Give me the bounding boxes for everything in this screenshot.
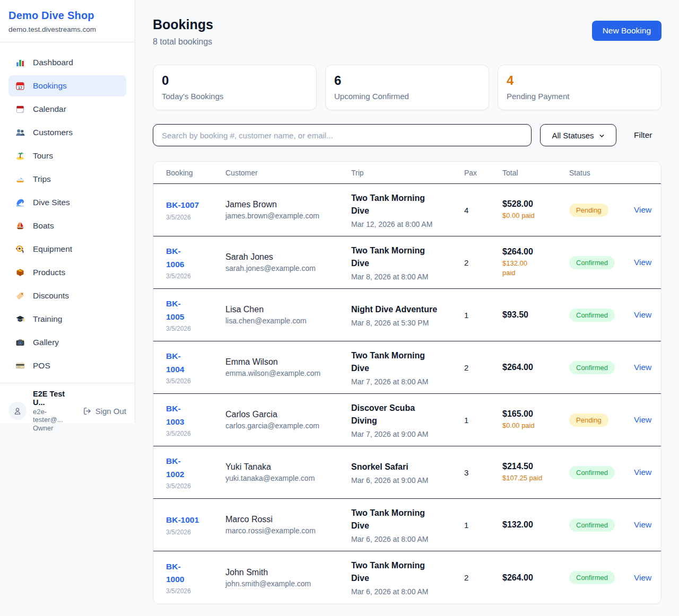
sidebar-item-label: Tours [33, 151, 53, 161]
status-cell: Pending [569, 204, 634, 217]
pax-value: 2 [464, 258, 502, 267]
booking-id-link[interactable]: BK- 1006 [166, 245, 225, 270]
sidebar-item-trips[interactable]: Trips [8, 169, 126, 190]
column-header-booking: Booking [166, 169, 225, 177]
booking-date: 3/5/2026 [166, 377, 225, 385]
status-badge: Confirmed [569, 309, 615, 322]
status-badge: Confirmed [569, 361, 615, 374]
total-cell: $264.00 [502, 363, 569, 372]
customer-email: lisa.chen@example.com [225, 316, 351, 325]
customer-email: marco.rossi@example.com [225, 526, 351, 535]
status-cell: Confirmed [569, 571, 634, 584]
sidebar-item-gallery[interactable]: Gallery [8, 332, 126, 353]
total-cell: $528.00 $0.00 paid [502, 199, 569, 221]
total-amount: $264.00 [502, 363, 569, 372]
stat-value: 4 [507, 73, 652, 88]
status-select-value: All Statuses [552, 131, 594, 140]
stat-label: Upcoming Confirmed [334, 92, 480, 101]
view-link[interactable]: View [634, 363, 651, 372]
sidebar-item-training[interactable]: Training [8, 309, 126, 330]
customer-name: James Brown [225, 200, 351, 209]
trips-icon [15, 174, 25, 184]
status-cell: Confirmed [569, 466, 634, 479]
stat-cards: 0 Today's Bookings 6 Upcoming Confirmed … [153, 65, 661, 110]
trip-name: Two Tank Morning Dive [351, 244, 464, 270]
trip-name: Snorkel Safari [351, 461, 464, 473]
customer-email: emma.wilson@example.com [225, 369, 351, 377]
filter-bar: All Statuses Filter [153, 124, 661, 146]
sidebar-item-products[interactable]: Products [8, 262, 126, 283]
total-amount: $214.50 [502, 462, 569, 471]
dive-sites-icon [15, 198, 25, 207]
sidebar: Demo Dive Shop demo.test.divestreams.com… [0, 0, 135, 423]
booking-id-link[interactable]: BK-1007 [166, 199, 225, 212]
sign-out-icon [83, 407, 92, 416]
actions-cell: View [634, 310, 651, 320]
booking-id-link[interactable]: BK-1001 [166, 514, 225, 526]
booking-id-link[interactable]: BK- 1000 [166, 560, 225, 586]
sidebar-item-label: Customers [33, 128, 73, 137]
paid-amount: $107.25 paid [502, 473, 551, 483]
booking-date: 3/5/2026 [166, 482, 225, 490]
shop-domain: demo.test.divestreams.com [8, 25, 126, 33]
page-header-text: Bookings 8 total bookings [153, 17, 213, 47]
customer-cell: Sarah Jones sarah.jones@example.com [225, 252, 351, 272]
sidebar-item-pos[interactable]: POS [8, 355, 126, 376]
actions-cell: View [634, 363, 651, 372]
booking-cell: BK- 1004 3/5/2026 [166, 350, 225, 384]
user-name: E2E Test U... [33, 390, 76, 407]
sidebar-item-equipment[interactable]: Equipment [8, 239, 126, 260]
sidebar-item-customers[interactable]: Customers [8, 122, 126, 143]
booking-cell: BK- 1002 3/5/2026 [166, 455, 225, 489]
booking-id-link[interactable]: BK- 1002 [166, 455, 225, 480]
total-amount: $132.00 [502, 520, 569, 530]
page-title: Bookings [153, 17, 213, 32]
status-cell: Confirmed [569, 256, 634, 269]
actions-cell: View [634, 520, 651, 530]
view-link[interactable]: View [634, 310, 651, 319]
customer-name: Emma Wilson [225, 357, 351, 367]
booking-date: 3/5/2026 [166, 325, 225, 332]
booking-id-link[interactable]: BK- 1005 [166, 297, 225, 323]
view-link[interactable]: View [634, 415, 651, 424]
sidebar-item-label: Products [33, 268, 65, 277]
trip-cell: Two Tank Morning Dive Mar 7, 2026 at 8:0… [351, 349, 464, 386]
sign-out-button[interactable]: Sign Out [83, 407, 126, 416]
status-cell: Confirmed [569, 361, 634, 374]
sidebar-item-bookings[interactable]: 17 Bookings [8, 75, 126, 96]
pax-value: 3 [464, 468, 502, 477]
total-cell: $93.50 [502, 310, 569, 320]
pos-icon [15, 361, 25, 371]
view-link[interactable]: View [634, 258, 651, 267]
sidebar-item-tours[interactable]: Tours [8, 145, 126, 166]
customer-cell: Marco Rossi marco.rossi@example.com [225, 515, 351, 535]
table-row: BK- 1003 3/5/2026 Carlos Garcia carlos.g… [153, 394, 661, 446]
sidebar-item-discounts[interactable]: Discounts [8, 285, 126, 306]
booking-id-link[interactable]: BK- 1003 [166, 402, 225, 428]
customer-email: james.brown@example.com [225, 212, 351, 220]
sidebar-item-label: Dive Sites [33, 198, 70, 207]
booking-id-link[interactable]: BK- 1004 [166, 350, 225, 375]
sidebar-item-calendar[interactable]: Calendar [8, 99, 126, 120]
page-header: Bookings 8 total bookings New Booking [153, 17, 661, 47]
filter-button[interactable]: Filter [634, 130, 652, 140]
total-cell: $264.00 $132.00 paid [502, 247, 569, 278]
user-avatar-icon [13, 406, 22, 416]
sidebar-item-dashboard[interactable]: Dashboard [8, 52, 126, 73]
sidebar-item-label: Calendar [33, 104, 66, 114]
view-link[interactable]: View [634, 205, 651, 214]
boats-icon [15, 221, 25, 231]
customer-email: sarah.jones@example.com [225, 264, 351, 272]
trip-datetime: Mar 6, 2026 at 9:00 AM [351, 476, 464, 485]
view-link[interactable]: View [634, 468, 651, 477]
booking-cell: BK-1001 3/5/2026 [166, 514, 225, 535]
view-link[interactable]: View [634, 520, 651, 529]
search-input[interactable] [153, 124, 532, 146]
actions-cell: View [634, 258, 651, 267]
view-link[interactable]: View [634, 573, 651, 582]
sign-out-label: Sign Out [95, 407, 126, 416]
new-booking-button[interactable]: New Booking [592, 21, 661, 41]
sidebar-item-dive-sites[interactable]: Dive Sites [8, 192, 126, 213]
status-select[interactable]: All Statuses [540, 124, 616, 146]
sidebar-item-boats[interactable]: Boats [8, 215, 126, 236]
